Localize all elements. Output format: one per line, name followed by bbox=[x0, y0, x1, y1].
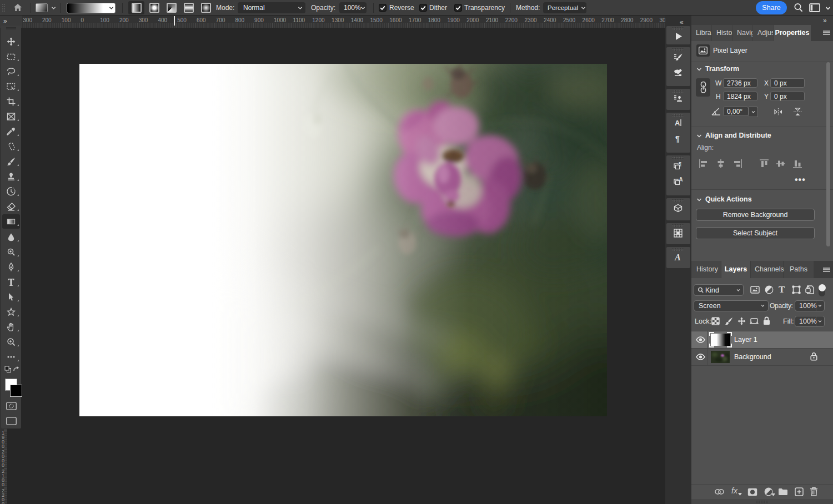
svg-text:A: A bbox=[674, 253, 681, 261]
svg-text:¶: ¶ bbox=[679, 161, 681, 167]
svg-text:A: A bbox=[679, 177, 683, 183]
svg-text:¶: ¶ bbox=[675, 134, 680, 143]
svg-text:A: A bbox=[675, 119, 680, 127]
